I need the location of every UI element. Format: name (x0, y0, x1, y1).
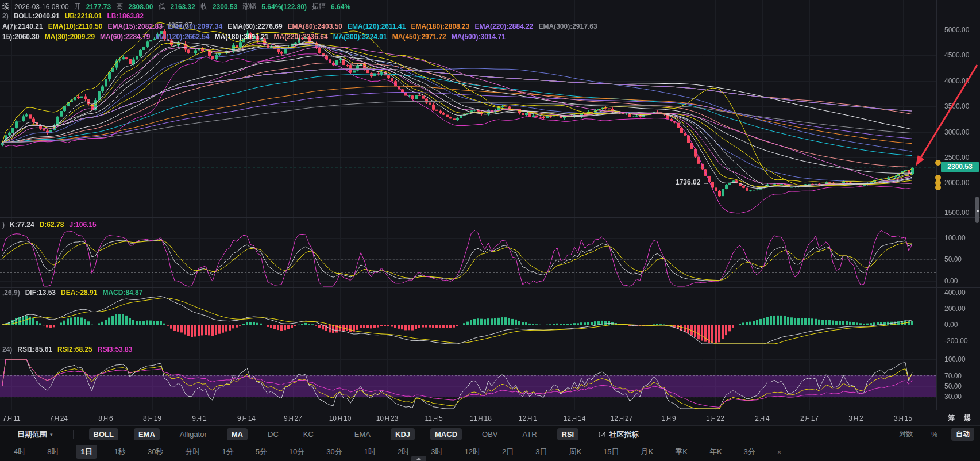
axis-tick-label: 50.00 (944, 255, 962, 263)
tf-2d[interactable]: 2日 (497, 445, 518, 459)
tf-10m[interactable]: 10分 (284, 445, 309, 459)
tf-remove-label: × (777, 448, 782, 456)
axis-tick-label: 50.00 (944, 382, 962, 390)
tf-1y[interactable]: 年K (705, 445, 727, 459)
tf-3d-label: 3日 (535, 447, 547, 457)
tf-1q-label: 季K (675, 447, 688, 457)
tf-30m[interactable]: 30分 (322, 445, 346, 459)
tf-2h[interactable]: 2时 (393, 445, 414, 459)
tf-8h-label: 8时 (47, 447, 59, 457)
last-price-badge: 2300.53 (941, 162, 979, 172)
sub-ema[interactable]: EMA (350, 428, 375, 440)
tf-3m-label: 3分 (744, 447, 755, 457)
tf-30s[interactable]: 30秒 (143, 445, 168, 459)
overlay-boll[interactable]: BOLL (89, 428, 118, 440)
overlay-ma[interactable]: MA (227, 428, 248, 440)
overlay-alligator[interactable]: Alligator (175, 428, 211, 440)
sub-kdj[interactable]: KDJ (391, 428, 415, 440)
axis-tick-label: 5000.00 (944, 26, 969, 34)
tf-15d[interactable]: 15日 (599, 445, 623, 459)
tf-line[interactable]: 分时 (180, 445, 205, 459)
axis-tick-label: 4500.00 (944, 51, 969, 59)
tf-3h-label: 3时 (431, 447, 442, 457)
tf-8h[interactable]: 8时 (43, 445, 63, 459)
tf-1m[interactable]: 1分 (217, 445, 238, 459)
axis-tick-label: 100.00 (944, 234, 966, 242)
tf-5m[interactable]: 5分 (251, 445, 272, 459)
percent-scale-button[interactable]: % (927, 429, 942, 440)
sub-macd-label: MACD (435, 430, 457, 439)
percent-scale-button-label: % (931, 431, 937, 439)
community-indicators[interactable]: 社区指标 (594, 428, 643, 441)
sub-rsi-label: RSI (562, 430, 574, 439)
tf-3h[interactable]: 3时 (426, 445, 447, 459)
sub-atr[interactable]: ATR (518, 428, 542, 440)
tf-2h-label: 2时 (398, 447, 409, 457)
sub-macd[interactable]: MACD (430, 428, 462, 440)
tf-4h[interactable]: 4时 (9, 445, 30, 459)
tf-10m-label: 10分 (289, 447, 304, 457)
auto-scale-button[interactable]: 自动 (951, 428, 974, 441)
tf-1s[interactable]: 1秒 (110, 445, 130, 459)
tf-1y-label: 年K (709, 447, 722, 457)
timeframe-toolbar: 4时8时1日1秒30秒分时1分5分10分30分1时2时3时12时2日3日周K15… (0, 443, 980, 461)
tf-30m-label: 30分 (326, 447, 342, 457)
sub-ema-label: EMA (354, 430, 371, 439)
sub-obv[interactable]: OBV (477, 428, 502, 440)
tf-15d-label: 15日 (603, 447, 619, 457)
overlay-dc[interactable]: DC (263, 428, 283, 440)
tf-remove[interactable]: × (773, 446, 786, 458)
chart-canvas[interactable] (0, 0, 980, 461)
axis-tick-label: 0.00 (944, 321, 958, 329)
chips-distribution-button[interactable]: 筹 (948, 413, 955, 423)
chevron-down-icon: ▾ (50, 432, 53, 437)
overlay-kc[interactable]: KC (299, 428, 318, 440)
expand-toolbar-handle[interactable] (411, 456, 426, 461)
tf-1s-label: 1秒 (114, 447, 126, 457)
tf-1w[interactable]: 周K (564, 445, 586, 459)
tf-3m[interactable]: 3分 (739, 445, 760, 459)
x-axis-date: 9月14 (237, 414, 256, 424)
order-marker-icon[interactable] (935, 185, 941, 190)
axis-tick-label: 3500.00 (944, 102, 969, 110)
tf-12h-label: 12时 (465, 447, 480, 457)
x-axis-date: 10月23 (376, 414, 399, 424)
tf-12h[interactable]: 12时 (460, 445, 485, 459)
x-axis-date: 10月10 (329, 414, 352, 424)
sub-rsi[interactable]: RSI (557, 428, 579, 440)
overlay-ema-label: EMA (138, 430, 155, 439)
tf-line-label: 分时 (185, 447, 200, 457)
x-axis-date: 7月11 (2, 414, 20, 424)
axis-tick-label: 70.00 (944, 372, 962, 380)
axis-tick-label: 200.00 (944, 305, 966, 313)
auto-scale-button-label: 自动 (956, 429, 970, 439)
tf-1q[interactable]: 季K (670, 445, 692, 459)
tf-5m-label: 5分 (256, 447, 267, 457)
x-axis-date: 3月15 (894, 414, 912, 424)
tf-1d-label: 1日 (80, 447, 92, 457)
x-axis-date: 11月5 (425, 414, 442, 424)
x-axis-date: 12月14 (564, 414, 586, 424)
overlay-ema[interactable]: EMA (134, 428, 160, 440)
trading-chart-app: 续2026-03-16 08:00开2177.73高2308.00低2163.3… (0, 0, 980, 461)
axis-tick-label: 1500.00 (944, 209, 969, 217)
edit-icon (599, 431, 606, 438)
tf-30s-label: 30秒 (148, 447, 163, 457)
community-indicators-label: 社区指标 (609, 429, 639, 440)
tf-1mo[interactable]: 月K (636, 445, 658, 459)
axis-tick-label: 4000.00 (944, 77, 969, 85)
axis-tick-label: 0.00 (944, 277, 958, 285)
indicator-toolbar: 日期范围▾BOLLEMAAlligatorMADCKCEMAKDJMACDOBV… (0, 425, 980, 443)
x-axis-date: 12月27 (611, 414, 633, 424)
tf-1h[interactable]: 1时 (360, 445, 380, 459)
x-axis-date: 3月2 (848, 414, 863, 424)
liquidation-button[interactable]: 爆 (964, 413, 971, 423)
order-marker-icon[interactable] (935, 160, 941, 166)
tf-3d[interactable]: 3日 (531, 445, 551, 459)
log-scale-button[interactable]: 对数 (894, 428, 917, 441)
date-range-menu[interactable]: 日期范围▾ (13, 428, 57, 441)
x-axis-date: 8月19 (143, 414, 161, 424)
overlay-boll-label: BOLL (94, 430, 114, 439)
sub-kdj-label: KDJ (395, 430, 410, 439)
tf-1d[interactable]: 1日 (76, 445, 97, 459)
